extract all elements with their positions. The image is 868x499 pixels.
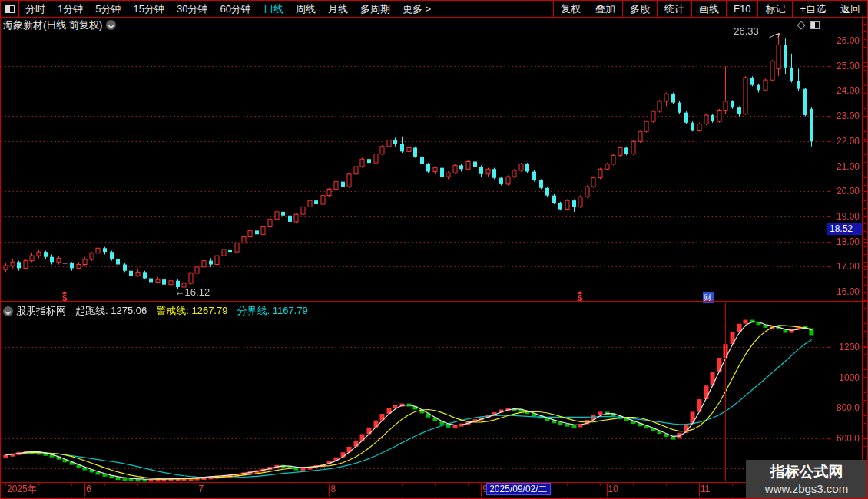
indicator-source[interactable]: 股朋指标网	[16, 304, 66, 318]
indicator-legend-item: 分界线: 1167.79	[237, 304, 307, 318]
indicator-header: 股朋指标网 起跑线: 1275.06警戒线: 1267.79分界线: 1167.…	[1, 303, 308, 319]
watermark-title: 指标公式网	[746, 462, 867, 482]
price-axis-label: 23.00	[827, 111, 860, 121]
price-axis-label: 20.00	[827, 186, 860, 197]
time-axis-month-11: 11	[701, 484, 710, 495]
indicator-axis-label: 800.0	[827, 402, 860, 413]
time-axis[interactable]: 2025年678910112025/09/02/二	[1, 483, 826, 496]
time-axis-year: 2025年	[7, 484, 37, 495]
last-price-badge: 18.52	[827, 223, 862, 235]
indicator-legend-item: 起跑线: 1275.06	[75, 304, 147, 318]
low-price-annotation: ←16.12	[175, 286, 210, 298]
price-axis-border	[827, 18, 827, 497]
price-axis-label: 17.00	[827, 261, 860, 272]
time-axis-month-8: 8	[330, 484, 336, 495]
indicator-legend-item: 警戒线: 1267.79	[156, 304, 227, 318]
price-axis-label: 19.00	[827, 211, 860, 222]
site-watermark: 指标公式网 www.zbgs3.com	[746, 460, 867, 498]
stock-chart-window: 分时1分钟5分钟15分钟30分钟60分钟日线周线月线多周期更多 > 复权叠加多股…	[0, 0, 868, 499]
price-axis-label: 25.00	[827, 61, 860, 71]
time-axis-month-10: 10	[608, 484, 618, 495]
dividend-marker: $	[575, 291, 585, 302]
indicator-axis-label: 1000	[827, 372, 860, 383]
price-axis-label: 22.00	[827, 136, 860, 147]
panel-divider	[1, 301, 867, 302]
indicator-chevron-icon[interactable]	[3, 306, 13, 316]
time-axis-month-7: 7	[198, 484, 204, 495]
price-axis-label: 21.00	[827, 161, 860, 172]
price-axis-label: 24.00	[827, 85, 860, 96]
price-axis-label: 16.00	[827, 286, 860, 297]
indicator-legend: 起跑线: 1275.06警戒线: 1267.79分界线: 1167.79	[66, 304, 308, 318]
dividend-marker: $	[60, 291, 69, 302]
time-axis-month-6: 6	[86, 484, 91, 495]
selected-date-badge: 2025/09/02/二	[486, 483, 550, 495]
indicator-axis-label: 600.0	[827, 433, 860, 444]
ruler-border	[862, 18, 863, 499]
watermark-url: www.zbgs3.com	[746, 482, 867, 496]
price-axis-label: 18.00	[827, 236, 860, 247]
candlestick-canvas[interactable]	[1, 1, 868, 499]
time-axis-top-border	[1, 482, 867, 483]
price-axis-label: 26.00	[827, 35, 860, 46]
indicator-axis-label: 1200	[827, 342, 860, 352]
high-price-annotation: 26.33	[734, 25, 759, 37]
time-axis-bottom-border	[1, 497, 867, 497]
